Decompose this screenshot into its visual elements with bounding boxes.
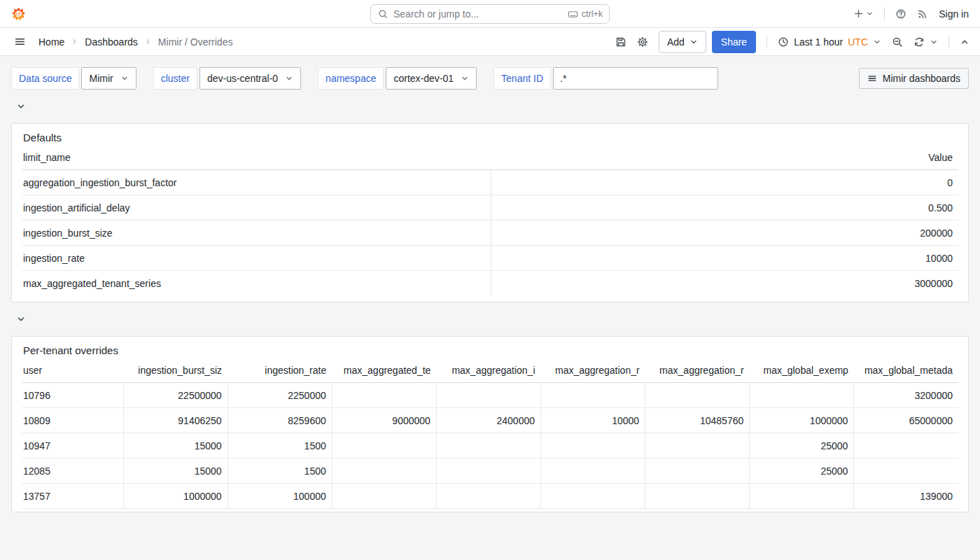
table-cell: 10000 [491,246,958,271]
refresh-icon [913,36,925,48]
table-row: 1094715000150025000 [22,433,958,458]
datasource-select[interactable]: Mimir [81,67,136,90]
sign-in-link[interactable]: Sign in [939,8,969,20]
table-cell [541,458,645,484]
share-button[interactable]: Share [712,31,756,53]
namespace-label: namespace [318,67,384,90]
search-input[interactable]: Search or jump to... ctrl+k [370,4,610,24]
save-dashboard-button[interactable] [615,36,626,48]
overrides-table: useringestion_burst_sizingestion_ratemax… [22,365,958,509]
table-cell [750,383,854,408]
panel-title[interactable]: Defaults [22,130,958,146]
column-header[interactable]: ingestion_burst_siz [123,365,227,383]
refresh-button[interactable] [913,36,925,48]
table-row: aggregation_ingestion_burst_factor0 [22,170,958,195]
table-cell [332,484,436,509]
add-button[interactable]: Add [659,31,706,53]
table-row: 107962250000022500003200000 [22,383,958,408]
column-header[interactable]: max_aggregation_i [436,365,540,383]
panel-title[interactable]: Per-tenant overrides [22,342,958,359]
datasource-label: Data source [11,67,79,90]
table-cell: 22500000 [123,383,227,408]
cluster-select[interactable]: dev-us-central-0 [200,67,301,90]
new-button[interactable] [853,8,874,19]
top-nav-right: Sign in [853,8,969,20]
table-cell: 15000 [123,458,227,484]
table-cell: 1500 [227,458,332,484]
refresh-interval-dropdown[interactable] [930,38,938,46]
column-header[interactable]: limit_name [22,152,491,170]
top-nav-bar: Search or jump to... ctrl+k Sign in [0,0,980,28]
table-cell: 8259600 [227,408,332,433]
datasource-variable: Data source Mimir [11,67,136,90]
column-header[interactable]: max_global_metada [854,365,958,383]
column-header[interactable]: max_global_exemp [750,365,854,383]
rss-icon [917,8,928,20]
news-button[interactable] [917,8,928,20]
namespace-select[interactable]: cortex-dev-01 [386,67,477,90]
keyboard-icon [568,9,578,20]
breadcrumb-home[interactable]: Home [38,36,64,48]
column-header[interactable]: Value [491,152,958,170]
dashboard-content: Data source Mimir cluster dev-us-central… [0,56,980,524]
namespace-variable: namespace cortex-dev-01 [318,67,477,90]
table-cell [332,433,436,458]
table-row: 1208515000150025000 [22,458,958,484]
row-collapse-toggle-overrides[interactable] [16,314,26,325]
row-collapse-toggle-defaults[interactable] [16,101,26,112]
dashboard-settings-button[interactable] [637,36,648,48]
table-cell: 0 [491,170,958,195]
table-cell [645,433,750,458]
search-icon [378,9,388,19]
table-cell: 10947 [22,433,123,458]
defaults-table: limit_nameValue aggregation_ingestion_bu… [22,152,958,296]
toolbar-actions: Add Share Last 1 hour UTC [615,31,969,53]
zoom-out-icon [892,36,903,48]
breadcrumb-current: Mimir / Overrides [158,36,233,48]
main-menu-button[interactable] [14,36,26,48]
table-cell: 3000000 [491,271,958,296]
gear-icon [637,36,648,48]
column-header[interactable]: user [22,365,123,383]
column-header[interactable]: max_aggregation_r [645,365,750,383]
table-cell: aggregation_ingestion_burst_factor [22,170,491,195]
column-header[interactable]: max_aggregation_r [541,365,645,383]
table-cell: 2250000 [227,383,332,408]
column-header[interactable]: max_aggregated_te [332,365,436,383]
collapse-toolbar-button[interactable] [960,37,969,47]
clock-icon [778,36,789,48]
table-cell [541,484,645,509]
divider [766,36,767,48]
breadcrumb-dashboards[interactable]: Dashboards [85,36,138,48]
plus-icon [853,8,864,19]
table-row: ingestion_burst_size200000 [22,220,958,246]
menu-icon [867,74,877,83]
help-button[interactable] [895,8,906,20]
action-buttons: Add Share [659,31,756,53]
timezone-label: UTC [848,36,868,48]
table-cell: 10485760 [645,408,750,433]
table-cell: max_aggregated_tenant_series [22,271,491,296]
table-cell [854,458,958,484]
tenant-id-input[interactable] [553,67,718,90]
chevron-right-icon [144,38,152,46]
chevron-down-icon [16,314,26,324]
zoom-out-time-button[interactable] [892,36,903,48]
cluster-variable: cluster dev-us-central-0 [153,67,301,90]
dashboard-toolbar: Home Dashboards Mimir / Overrides Add Sh… [0,28,980,56]
column-header[interactable]: ingestion_rate [227,365,332,383]
table-cell: 2400000 [436,408,540,433]
table-cell: 3200000 [854,383,958,408]
table-cell: 0.500 [491,195,958,220]
mimir-dashboards-button[interactable]: Mimir dashboards [859,68,969,89]
chevron-down-icon [120,74,129,83]
table-cell: 10809 [22,408,123,433]
divider [948,36,949,48]
table-cell: 25000 [750,458,854,484]
time-range-label: Last 1 hour [794,36,843,48]
table-cell [750,484,854,509]
table-cell: ingestion_burst_size [22,220,491,246]
time-range-picker[interactable]: Last 1 hour UTC [778,36,881,48]
grafana-logo[interactable] [11,6,26,22]
table-row: ingestion_rate10000 [22,246,958,271]
